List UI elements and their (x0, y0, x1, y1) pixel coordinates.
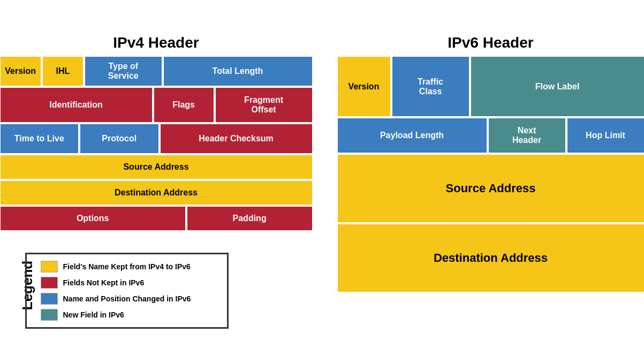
legend-label-teal: New Field in IPv6 (63, 311, 124, 319)
ipv4-title: IPv4 Header (0, 34, 314, 51)
ipv4-row-6: Options Padding (0, 206, 313, 231)
legend-color-yellow (41, 261, 58, 273)
legend-color-teal (41, 309, 58, 321)
ipv6-hop-limit: Hop Limit (566, 117, 645, 154)
legend-section: Field's Name Kept from IPv4 to IPv6 Fiel… (25, 253, 229, 329)
legend-item-teal: New Field in IPv6 (41, 309, 218, 321)
ipv6-version: Version (337, 56, 391, 117)
legend-item-red: Fields Not Kept in IPv6 (41, 277, 218, 289)
ipv6-flow-label: Flow Label (470, 56, 645, 117)
ipv6-payload-length: Payload Length (337, 117, 488, 154)
ipv6-row-1: Version TrafficClass Flow Label (337, 56, 645, 117)
ipv6-title: IPv6 Header (336, 34, 645, 51)
ipv4-total-length: Total Length (163, 56, 313, 87)
ipv4-row-1: Version IHL Type ofService Total Length (0, 56, 313, 87)
ipv4-padding: Padding (186, 206, 313, 231)
legend-item-blue: Name and Position Changed in IPv6 (41, 293, 218, 305)
ipv4-panel: IPv4 Header Version IHL Type ofService T… (0, 34, 314, 329)
ipv6-destination-address: Destination Address (337, 223, 645, 293)
ipv4-fragment-offset: FragmentOffset (215, 87, 313, 123)
ipv6-source-address: Source Address (337, 154, 645, 223)
ipv4-options: Options (0, 206, 186, 231)
ipv4-header-checksum: Header Checksum (160, 123, 313, 154)
legend-label-yellow: Field's Name Kept from IPv4 to IPv6 (63, 262, 191, 271)
ipv6-row-4: Destination Address (337, 223, 645, 293)
ipv4-row-3: Time to Live Protocol Header Checksum (0, 123, 313, 154)
legend-items: Field's Name Kept from IPv4 to IPv6 Fiel… (41, 261, 218, 321)
main-container: IPv4 Header Version IHL Type ofService T… (0, 29, 644, 334)
ipv4-grid: Version IHL Type ofService Total Length … (0, 55, 314, 232)
ipv6-panel: IPv6 Header Version TrafficClass Flow La… (336, 34, 645, 294)
ipv6-next-header: NextHeader (488, 117, 566, 154)
ipv6-row-3: Source Address (337, 154, 645, 223)
ipv4-source-address: Source Address (0, 154, 313, 180)
ipv6-row-2: Payload Length NextHeader Hop Limit (337, 117, 645, 154)
legend-item-yellow: Field's Name Kept from IPv4 to IPv6 (41, 261, 218, 273)
ipv4-row-2: Identification Flags FragmentOffset (0, 87, 313, 123)
ipv4-flags: Flags (153, 87, 215, 123)
ipv4-row-5: Destination Address (0, 180, 313, 206)
ipv4-protocol: Protocol (79, 123, 160, 154)
legend-label-red: Fields Not Kept in IPv6 (63, 278, 145, 287)
legend-color-blue (41, 293, 58, 305)
ipv4-destination-address: Destination Address (0, 180, 313, 206)
ipv4-tos: Type ofService (84, 56, 163, 87)
ipv4-version: Version (0, 56, 42, 87)
ipv4-ttl: Time to Live (0, 123, 79, 154)
ipv4-ihl: IHL (42, 56, 84, 87)
legend-label-blue: Name and Position Changed in IPv6 (63, 294, 191, 303)
ipv6-grid: Version TrafficClass Flow Label Payload … (336, 55, 645, 294)
legend-wrapper: Legend Field's Name Kept from IPv4 to IP… (0, 242, 314, 329)
ipv6-traffic-class: TrafficClass (391, 56, 470, 117)
ipv4-identification: Identification (0, 87, 153, 123)
ipv4-row-4: Source Address (0, 154, 313, 180)
legend-color-red (41, 277, 58, 289)
